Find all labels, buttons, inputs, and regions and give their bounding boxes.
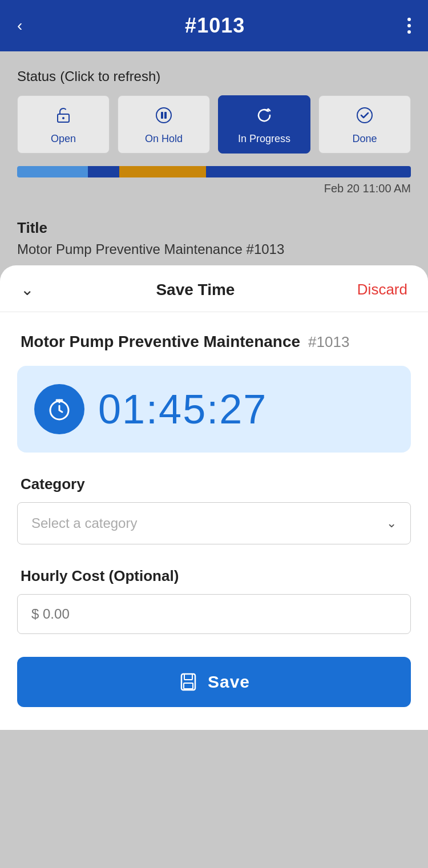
status-section: Status (Click to refresh) Open: [0, 51, 428, 207]
done-icon: [356, 106, 374, 128]
in-progress-label: In Progress: [238, 133, 290, 145]
back-button[interactable]: ‹: [17, 17, 22, 35]
timer-icon: [34, 384, 84, 434]
chevron-down-icon: ⌄: [386, 516, 397, 531]
menu-button[interactable]: [407, 18, 411, 34]
in-progress-icon: [255, 106, 273, 128]
save-button-label: Save: [208, 672, 250, 692]
done-label: Done: [352, 133, 377, 145]
save-time-header: ⌄ Save Time Discard: [0, 265, 428, 312]
open-label: Open: [51, 133, 76, 145]
title-section: Title Motor Pump Preventive Maintenance …: [0, 207, 428, 265]
menu-dot: [407, 30, 411, 34]
pb-segment-2: [88, 166, 119, 177]
status-btn-open[interactable]: Open: [17, 95, 110, 154]
page-title: #1013: [185, 14, 245, 38]
save-button[interactable]: Save: [17, 657, 411, 707]
svg-rect-9: [184, 683, 193, 689]
title-value: Motor Pump Preventive Maintenance #1013: [17, 241, 411, 257]
svg-rect-8: [184, 674, 192, 680]
status-sublabel: (Click to refresh): [60, 68, 160, 84]
status-btn-in-progress[interactable]: In Progress: [218, 95, 310, 154]
category-label: Category: [0, 470, 428, 502]
timer-display: 01:45:27: [98, 386, 267, 433]
svg-point-1: [62, 117, 64, 119]
title-label: Title: [17, 219, 411, 237]
svg-rect-3: [161, 112, 163, 119]
save-time-title: Save Time: [156, 281, 235, 299]
collapse-icon[interactable]: ⌄: [21, 280, 34, 299]
status-btn-on-hold[interactable]: On Hold: [118, 95, 210, 154]
discard-button[interactable]: Discard: [357, 281, 407, 298]
status-buttons: Open On Hold In Progress: [17, 95, 411, 154]
pb-segment-4: [206, 166, 411, 177]
hourly-cost-input[interactable]: [17, 594, 411, 634]
progress-date: Feb 20 11:00 AM: [17, 182, 411, 195]
hourly-cost-label: Hourly Cost (Optional): [0, 562, 428, 594]
work-order-info: Motor Pump Preventive Maintenance #1013: [0, 312, 428, 357]
pb-segment-3: [119, 166, 206, 177]
on-hold-icon: [155, 106, 173, 128]
category-placeholder: Select a category: [31, 515, 137, 531]
timer-container: 01:45:27: [17, 366, 411, 453]
svg-point-2: [156, 108, 171, 123]
on-hold-label: On Hold: [145, 133, 183, 145]
svg-rect-4: [164, 112, 167, 119]
status-btn-done[interactable]: Done: [318, 95, 411, 154]
progress-bar: [17, 166, 411, 177]
menu-dot: [407, 24, 411, 27]
category-select[interactable]: Select a category ⌄: [17, 502, 411, 544]
open-icon: [54, 106, 72, 128]
svg-point-5: [357, 108, 372, 123]
menu-dot: [407, 18, 411, 21]
top-bar: ‹ #1013: [0, 0, 428, 51]
wo-title: Motor Pump Preventive Maintenance: [21, 333, 300, 351]
wo-number: #1013: [308, 333, 349, 351]
status-label: Status (Click to refresh): [17, 67, 411, 85]
pb-segment-1: [17, 166, 88, 177]
bottom-sheet: ⌄ Save Time Discard Motor Pump Preventiv…: [0, 265, 428, 730]
save-icon: [178, 672, 199, 692]
